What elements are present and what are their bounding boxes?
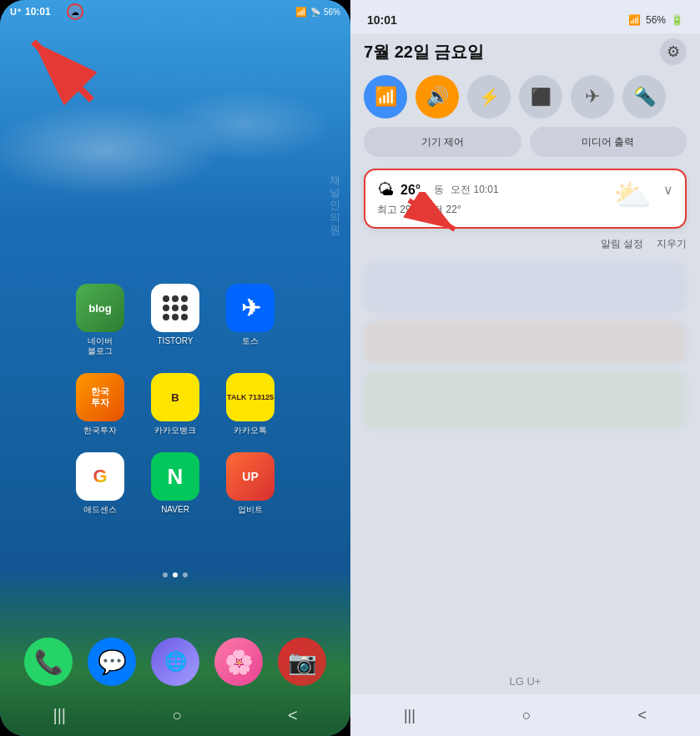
dock-camera[interactable]: 📷: [278, 638, 326, 686]
kakaobank-icon: B: [151, 373, 199, 421]
time-right: 10:01: [367, 13, 397, 27]
toss-label: 토스: [242, 336, 259, 346]
nfc-toggle[interactable]: ⬛: [519, 75, 562, 118]
app-adsense[interactable]: G 애드센스: [71, 452, 129, 515]
weather-temp: 26°: [400, 183, 421, 198]
dock-alien[interactable]: 🌐: [151, 638, 199, 686]
dock: 📞 💬 🌐 🌸 📷: [24, 638, 326, 686]
phone-left: U⁺ 10:01 ☁ 📶 📡 56% 채널인의원: [0, 0, 350, 736]
hankook-icon: 한국투자: [76, 373, 124, 421]
naver-blog-icon: blog: [76, 284, 124, 332]
adsense-label: 애드센스: [83, 505, 117, 515]
toss-icon: ✈: [226, 284, 274, 332]
blurred-card-3: [364, 371, 687, 430]
weather-card[interactable]: 🌤 26° 동 오전 10:01 ∨ 최고 29° | 최저 22° ⛅: [364, 169, 687, 229]
wifi-toggle-icon: 📶: [375, 86, 397, 108]
battery-right: 56%: [646, 14, 666, 26]
nav-recent-right[interactable]: |||: [404, 707, 415, 724]
nav-bar-right: ||| ○ <: [350, 694, 700, 736]
phone-right: 10:01 📶 56% 🔋 7월 22일 금요일 ⚙ 📶 🔊 ⚡: [350, 0, 700, 736]
weather-chevron-icon: ∨: [663, 182, 673, 198]
naver-blog-label: 네이버블로그: [88, 336, 113, 356]
app-tistory[interactable]: TISTORY: [146, 284, 204, 356]
dot-2: [173, 572, 178, 577]
app-upbeat[interactable]: UP 업비트: [221, 452, 279, 515]
status-icons-left: 📶 📡 56%: [295, 7, 340, 18]
nav-recent-left[interactable]: |||: [53, 706, 66, 725]
app-toss[interactable]: ✈ 토스: [221, 284, 279, 356]
app-naver-blog[interactable]: blog 네이버블로그: [71, 284, 129, 356]
nav-bar-left: ||| ○ <: [0, 694, 350, 736]
status-bar-right: 10:01 📶 56% 🔋: [350, 0, 700, 33]
dock-phone[interactable]: 📞: [24, 638, 73, 686]
nav-home-left[interactable]: ○: [172, 706, 182, 725]
dot-3: [183, 572, 188, 577]
battery-icon-right: 🔋: [671, 14, 683, 26]
settings-gear[interactable]: ⚙: [660, 38, 687, 65]
wifi-toggle[interactable]: 📶: [364, 75, 407, 118]
arrow-up-left: [17, 25, 117, 129]
blurred-card-1: [364, 263, 687, 313]
nav-home-right[interactable]: ○: [522, 707, 531, 724]
page-indicator: [163, 572, 188, 577]
quick-actions: 기기 제어 미디어 출력: [364, 127, 687, 157]
weather-cloud-icon: 🌤: [377, 180, 394, 199]
device-control-label: 기기 제어: [421, 135, 464, 149]
alarm-settings-btn[interactable]: 알림 설정: [601, 237, 643, 251]
bluetooth-toggle-icon: ⚡: [479, 87, 500, 107]
status-icons-right: 📶 56% 🔋: [628, 14, 683, 26]
gear-icon: ⚙: [667, 43, 680, 61]
app-kakaobank[interactable]: B 카카오뱅크: [146, 373, 204, 436]
blurred-notifications: [364, 263, 687, 668]
weather-direction: 동: [434, 183, 444, 197]
weather-cloud-decoration: ⛅: [612, 177, 652, 214]
bluetooth-toggle[interactable]: ⚡: [467, 75, 511, 118]
tistory-icon: [151, 284, 199, 332]
airplane-toggle-icon: ✈: [585, 86, 600, 108]
upbeat-label: 업비트: [238, 505, 263, 515]
time-left: 10:01: [25, 6, 51, 18]
app-kakaotalk[interactable]: TALK 713125 카카오톡: [221, 373, 279, 436]
adsense-icon: G: [76, 452, 124, 501]
app-hankook[interactable]: 한국투자 한국투자: [71, 373, 129, 436]
sound-toggle-icon: 🔊: [426, 86, 449, 108]
blurred-card-2: [364, 321, 687, 363]
app-naver[interactable]: N NAVER: [146, 452, 204, 515]
kakaotalk-label: 카카오톡: [234, 426, 267, 436]
dock-messages[interactable]: 💬: [88, 638, 136, 686]
nfc-toggle-icon: ⬛: [531, 87, 551, 107]
nav-back-right[interactable]: <: [638, 707, 647, 724]
kakaotalk-icon: TALK 713125: [226, 373, 274, 421]
quick-toggles: 📶 🔊 ⚡ ⬛ ✈ 🔦: [364, 75, 687, 118]
media-output-label: 미디어 출력: [582, 135, 634, 149]
tistory-label: TISTORY: [158, 336, 194, 346]
airplane-toggle[interactable]: ✈: [571, 75, 614, 118]
wifi-signal-right: 📶: [628, 14, 641, 26]
status-bar-left: U⁺ 10:01 ☁ 📶 📡 56%: [0, 0, 350, 23]
dot-1: [163, 572, 168, 577]
flashlight-toggle-icon: 🔦: [633, 86, 656, 108]
device-control-btn[interactable]: 기기 제어: [364, 127, 521, 157]
upbeat-icon: UP: [226, 452, 274, 501]
brand-text: LG U+: [364, 668, 687, 694]
svg-line-1: [33, 42, 92, 100]
signal-icon-left: 📡: [310, 8, 320, 17]
weather-time-label: 오전 10:01: [451, 183, 498, 197]
sound-toggle[interactable]: 🔊: [415, 75, 459, 118]
talk-badge: TALK 713125: [227, 393, 274, 401]
date-row: 7월 22일 금요일 ⚙: [364, 33, 687, 75]
carrier-time: U⁺ 10:01: [10, 6, 51, 18]
nav-back-left[interactable]: <: [288, 706, 298, 725]
app-grid: blog 네이버블로그 TISTORY ✈ 토스 한국투: [71, 284, 279, 515]
notif-actions: 알림 설정 지우기: [364, 237, 687, 251]
wifi-icon-left: 📶: [295, 7, 307, 18]
carrier-label: U⁺: [10, 7, 22, 18]
flashlight-toggle[interactable]: 🔦: [622, 75, 666, 118]
watermark: 채널인의원: [327, 167, 342, 229]
dock-flower[interactable]: 🌸: [214, 638, 263, 686]
notification-panel: 7월 22일 금요일 ⚙ 📶 🔊 ⚡ ⬛ ✈ 🔦: [350, 33, 700, 694]
media-output-btn[interactable]: 미디어 출력: [530, 127, 687, 157]
battery-label-left: 56%: [324, 8, 340, 17]
naver-icon: N: [151, 452, 199, 501]
clear-btn[interactable]: 지우기: [657, 237, 687, 251]
